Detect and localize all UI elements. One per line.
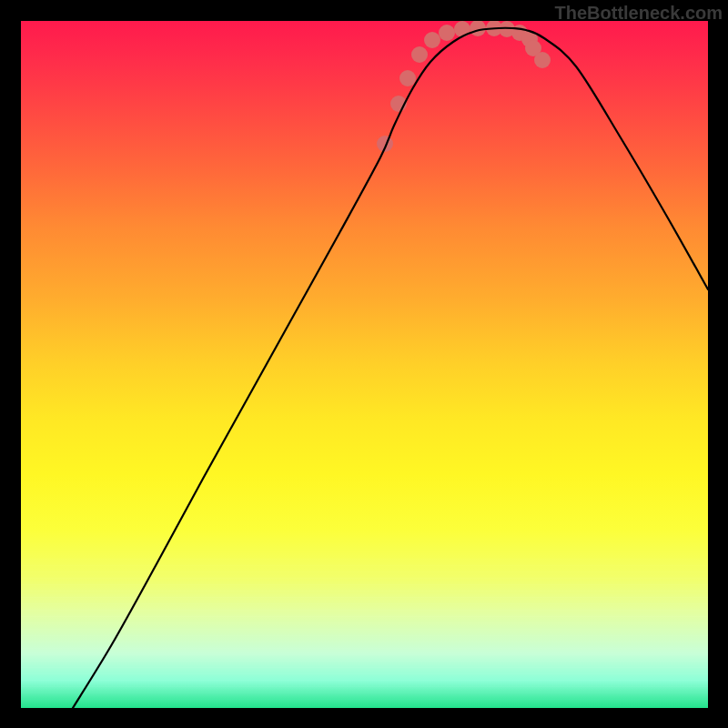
highlight-marker (424, 32, 440, 48)
highlight-marker (439, 25, 455, 41)
chart-stage: TheBottleneck.com (0, 0, 728, 728)
curve-layer (21, 21, 708, 708)
bottleneck-curve (73, 28, 708, 708)
marker-group (377, 21, 551, 152)
highlight-marker (411, 46, 428, 63)
plot-area (21, 21, 708, 708)
highlight-marker (399, 70, 416, 86)
watermark-text: TheBottleneck.com (555, 3, 723, 24)
highlight-marker (534, 52, 551, 68)
